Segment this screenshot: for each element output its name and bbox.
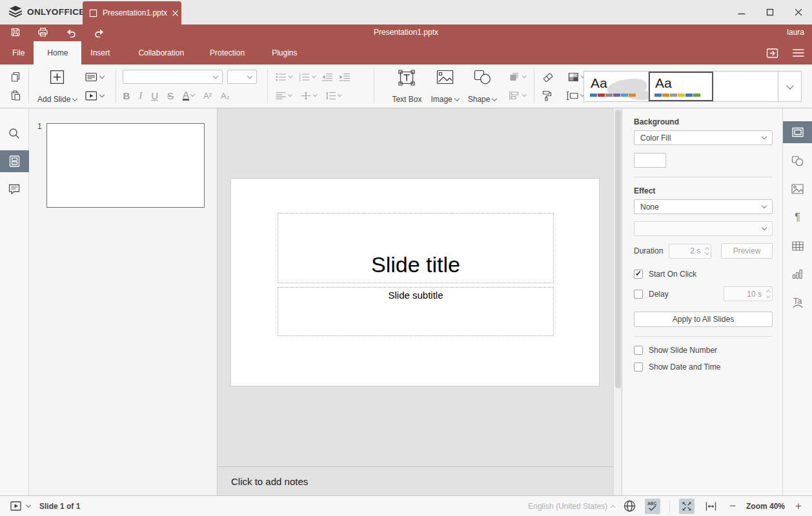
svg-text:ABC: ABC bbox=[647, 501, 656, 506]
slide[interactable]: Slide title Slide subtitle bbox=[231, 179, 599, 386]
slides-panel: 1 bbox=[29, 108, 218, 495]
change-layout-button[interactable] bbox=[84, 70, 105, 84]
notes-area[interactable]: Click to add notes bbox=[218, 466, 613, 495]
show-date-time-checkbox[interactable] bbox=[634, 362, 643, 372]
maximize-button[interactable] bbox=[766, 8, 775, 17]
vertical-scrollbar[interactable] bbox=[613, 108, 622, 495]
copy-button[interactable] bbox=[9, 70, 22, 84]
minimize-button[interactable] bbox=[737, 8, 746, 17]
theme-thumbnail-empty bbox=[713, 72, 778, 101]
bold-button[interactable]: B bbox=[123, 90, 130, 101]
apply-to-all-slides-label: Apply to All Slides bbox=[673, 315, 734, 324]
scrollbar-thumb[interactable] bbox=[615, 110, 621, 388]
language-label: English (United States) bbox=[528, 502, 607, 511]
user-name: laura bbox=[787, 28, 804, 37]
start-slideshow-status-button[interactable] bbox=[10, 501, 21, 511]
italic-button[interactable]: I bbox=[139, 90, 142, 101]
underline-button[interactable]: U bbox=[151, 90, 158, 101]
slide-settings-icon[interactable] bbox=[783, 121, 812, 143]
arrange-shape-button[interactable] bbox=[507, 70, 527, 84]
show-slide-number-checkbox[interactable] bbox=[634, 346, 643, 355]
decrease-indent-button[interactable] bbox=[320, 70, 334, 84]
language-selector[interactable]: English (United States) bbox=[528, 502, 614, 511]
slideshow-options-chevron[interactable] bbox=[26, 502, 31, 508]
add-slide-icon bbox=[50, 70, 65, 84]
line-spacing-button[interactable] bbox=[324, 88, 343, 103]
add-slide-button[interactable]: Add Slide bbox=[33, 64, 81, 108]
menu-protection[interactable]: Protection bbox=[201, 41, 254, 64]
hamburger-menu-icon[interactable] bbox=[793, 48, 804, 57]
superscript-button[interactable]: A² bbox=[203, 91, 212, 101]
slides-panel-icon[interactable] bbox=[0, 150, 29, 172]
delay-spinner[interactable]: 10 s bbox=[724, 286, 773, 301]
slide-canvas[interactable]: Slide title Slide subtitle bbox=[218, 108, 613, 466]
window-title-bar: ONLYOFFICE Presentation1.pptx bbox=[0, 0, 812, 25]
background-color-swatch[interactable] bbox=[634, 153, 666, 168]
copy-style-button[interactable] bbox=[541, 88, 553, 103]
fit-to-width-icon[interactable] bbox=[704, 499, 719, 514]
theme-label: Aa bbox=[591, 75, 607, 91]
text-art-settings-icon[interactable]: Ta bbox=[783, 292, 812, 313]
image-button[interactable]: Image bbox=[426, 64, 463, 108]
start-slideshow-button[interactable] bbox=[84, 88, 105, 103]
increase-indent-button[interactable] bbox=[338, 70, 351, 84]
effect-label: Effect bbox=[634, 186, 773, 195]
paragraph-settings-icon[interactable]: ¶ bbox=[783, 206, 812, 228]
slide-size-button[interactable] bbox=[565, 88, 585, 103]
start-on-click-checkbox[interactable] bbox=[634, 270, 643, 279]
menu-home[interactable]: Home bbox=[34, 41, 81, 64]
duration-spinner[interactable]: 2 s bbox=[669, 244, 711, 259]
font-name-combo[interactable] bbox=[123, 70, 223, 84]
open-file-location-icon[interactable] bbox=[766, 48, 778, 59]
subscript-button[interactable]: A₂ bbox=[221, 91, 230, 101]
document-language-icon[interactable] bbox=[624, 500, 636, 512]
font-color-button[interactable]: A bbox=[183, 90, 194, 101]
shape-button[interactable]: Shape bbox=[463, 64, 502, 108]
clear-style-button[interactable] bbox=[541, 70, 555, 84]
horizontal-align-button[interactable] bbox=[274, 88, 293, 103]
slide-settings-panel: Background Color Fill Effect None Durati… bbox=[622, 108, 782, 495]
menu-collaboration[interactable]: Collaboration bbox=[129, 41, 193, 64]
effect-select[interactable]: None bbox=[634, 199, 773, 214]
slide-thumbnail[interactable] bbox=[46, 123, 205, 208]
theme-thumbnail-1[interactable]: Aa bbox=[584, 72, 649, 101]
delay-checkbox[interactable] bbox=[634, 290, 643, 299]
apply-to-all-slides-button[interactable]: Apply to All Slides bbox=[634, 312, 773, 327]
bullets-button[interactable] bbox=[274, 70, 294, 84]
menu-plugins[interactable]: Plugins bbox=[263, 41, 306, 64]
subtitle-placeholder-text: Slide subtitle bbox=[388, 290, 443, 301]
app-logo: ONLYOFFICE bbox=[8, 5, 85, 18]
strikeout-button[interactable]: S bbox=[167, 90, 174, 101]
search-icon[interactable] bbox=[0, 123, 29, 144]
document-tab[interactable]: Presentation1.pptx bbox=[83, 1, 181, 25]
spell-check-icon[interactable]: ABC bbox=[645, 499, 660, 514]
comments-icon[interactable] bbox=[0, 178, 29, 200]
close-button[interactable] bbox=[794, 8, 803, 17]
fit-to-slide-icon[interactable] bbox=[679, 499, 695, 514]
background-fill-select[interactable]: Color Fill bbox=[634, 130, 773, 145]
menu-insert[interactable]: Insert bbox=[81, 41, 119, 64]
theme-thumbnail-2-selected[interactable]: Aa bbox=[649, 72, 713, 101]
slide-number: 1 bbox=[37, 122, 42, 131]
text-box-button[interactable]: Text Box bbox=[387, 64, 426, 108]
numbering-button[interactable]: 123 bbox=[298, 70, 317, 84]
effect-type-select[interactable] bbox=[634, 221, 773, 236]
menu-bar: File Home Insert Collaboration Protectio… bbox=[0, 41, 812, 64]
preview-button[interactable]: Preview bbox=[721, 243, 773, 259]
subtitle-placeholder[interactable]: Slide subtitle bbox=[278, 287, 554, 336]
title-placeholder[interactable]: Slide title bbox=[278, 213, 554, 283]
align-shape-button[interactable] bbox=[507, 88, 527, 103]
shape-settings-icon[interactable] bbox=[783, 150, 812, 172]
paste-button[interactable] bbox=[9, 88, 22, 103]
tab-close-icon[interactable] bbox=[172, 10, 178, 16]
table-settings-icon[interactable] bbox=[783, 235, 812, 257]
menu-file[interactable]: File bbox=[3, 41, 34, 64]
vertical-align-button[interactable] bbox=[299, 88, 318, 103]
zoom-in-button[interactable]: + bbox=[794, 500, 803, 513]
zoom-out-button[interactable]: − bbox=[728, 500, 737, 513]
theme-gallery-expand-button[interactable] bbox=[778, 71, 802, 102]
image-settings-icon[interactable] bbox=[783, 178, 812, 200]
canvas-column: Slide title Slide subtitle Click to add … bbox=[218, 108, 613, 495]
chart-settings-icon[interactable] bbox=[783, 263, 812, 285]
font-size-combo[interactable] bbox=[227, 70, 257, 84]
